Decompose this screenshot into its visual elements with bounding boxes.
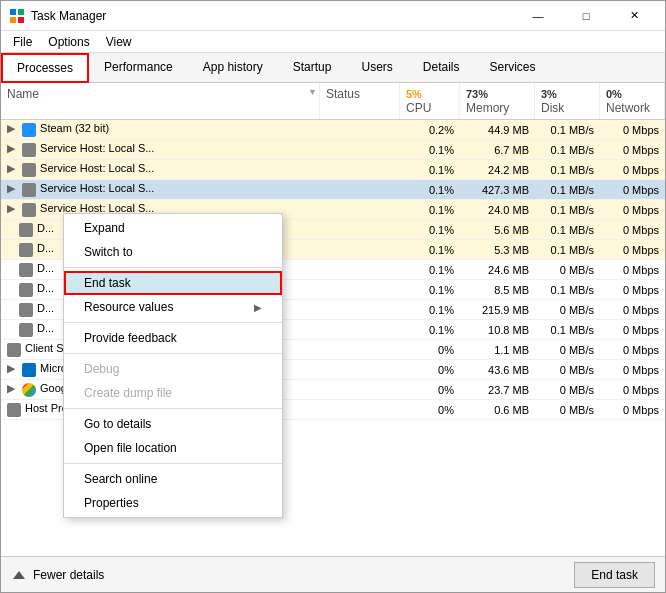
tab-processes[interactable]: Processes (1, 53, 89, 83)
table-header: Name ▼ Status 5%CPU 73%Memory 3%Disk 0%N… (1, 83, 665, 120)
menu-bar: File Options View (1, 31, 665, 53)
content-area: Name ▼ Status 5%CPU 73%Memory 3%Disk 0%N… (1, 83, 665, 556)
process-icon (19, 243, 33, 257)
table-row[interactable]: ▶ Service Host: Local S... 0.1% 24.2 MB … (1, 160, 665, 180)
svg-marker-4 (13, 571, 25, 579)
fewer-details-button[interactable]: Fewer details (11, 567, 104, 583)
ctx-separator (64, 322, 282, 323)
process-disk: 0.1 MB/s (535, 122, 600, 138)
task-manager-window: Task Manager — □ ✕ File Options View Pro… (0, 0, 666, 593)
process-icon (19, 323, 33, 337)
process-memory: 44.9 MB (460, 122, 535, 138)
process-disk: 0.1 MB/s (535, 162, 600, 178)
process-status (320, 128, 400, 132)
expand-arrow[interactable]: ▶ (7, 142, 19, 155)
col-name[interactable]: Name ▼ (1, 83, 320, 119)
process-icon (22, 363, 36, 377)
tab-users[interactable]: Users (346, 53, 407, 83)
process-icon (22, 143, 36, 157)
svg-rect-0 (10, 9, 16, 15)
expand-arrow[interactable]: ▶ (7, 162, 19, 175)
process-icon (19, 303, 33, 317)
process-icon (7, 403, 21, 417)
tab-details[interactable]: Details (408, 53, 475, 83)
process-memory: 24.0 MB (460, 202, 535, 218)
process-network: 0 Mbps (600, 162, 665, 178)
process-memory: 6.7 MB (460, 142, 535, 158)
process-name: ▶ Service Host: Local S... (1, 140, 320, 158)
menu-options[interactable]: Options (40, 33, 97, 51)
process-status (320, 188, 400, 192)
expand-arrow[interactable]: ▶ (7, 362, 19, 375)
process-network: 0 Mbps (600, 122, 665, 138)
process-icon (7, 343, 21, 357)
svg-rect-3 (18, 17, 24, 23)
app-icon (9, 8, 25, 24)
menu-view[interactable]: View (98, 33, 140, 51)
table-row[interactable]: ▶ Steam (32 bit) 0.2% 44.9 MB 0.1 MB/s 0… (1, 120, 665, 140)
process-status (320, 148, 400, 152)
ctx-open-file-location[interactable]: Open file location (64, 436, 282, 460)
ctx-create-dump: Create dump file (64, 381, 282, 405)
col-memory[interactable]: 73%Memory (460, 83, 535, 119)
process-memory: 24.2 MB (460, 162, 535, 178)
process-disk: 0.1 MB/s (535, 182, 600, 198)
process-icon (22, 123, 36, 137)
ctx-end-task[interactable]: End task (64, 271, 282, 295)
process-network: 0 Mbps (600, 142, 665, 158)
ctx-separator (64, 408, 282, 409)
fewer-details-label: Fewer details (33, 568, 104, 582)
expand-arrow[interactable]: ▶ (7, 122, 19, 135)
process-name: ▶ Service Host: Local S... (1, 160, 320, 178)
process-cpu: 0.1% (400, 162, 460, 178)
ctx-expand[interactable]: Expand (64, 216, 282, 240)
process-name: ▶ Service Host: Local S... (1, 180, 320, 198)
col-cpu[interactable]: 5%CPU (400, 83, 460, 119)
process-cpu: 0.1% (400, 182, 460, 198)
svg-rect-2 (10, 17, 16, 23)
process-cpu: 0.1% (400, 142, 460, 158)
bottom-bar: Fewer details End task (1, 556, 665, 592)
expand-arrow[interactable]: ▶ (7, 382, 19, 395)
process-cpu: 0.2% (400, 122, 460, 138)
process-network: 0 Mbps (600, 202, 665, 218)
ctx-separator (64, 463, 282, 464)
table-row[interactable]: ▶ Service Host: Local S... 0.1% 6.7 MB 0… (1, 140, 665, 160)
ctx-separator (64, 267, 282, 268)
ctx-switch-to[interactable]: Switch to (64, 240, 282, 264)
window-controls: — □ ✕ (515, 1, 657, 31)
process-name: ▶ Steam (32 bit) (1, 120, 320, 138)
process-network: 0 Mbps (600, 182, 665, 198)
title-bar: Task Manager — □ ✕ (1, 1, 665, 31)
ctx-provide-feedback[interactable]: Provide feedback (64, 326, 282, 350)
ctx-search-online[interactable]: Search online (64, 467, 282, 491)
close-button[interactable]: ✕ (611, 1, 657, 31)
col-disk[interactable]: 3%Disk (535, 83, 600, 119)
tab-performance[interactable]: Performance (89, 53, 188, 83)
process-status (320, 208, 400, 212)
ctx-resource-values[interactable]: Resource values ▶ (64, 295, 282, 319)
tab-startup[interactable]: Startup (278, 53, 347, 83)
minimize-button[interactable]: — (515, 1, 561, 31)
process-cpu: 0.1% (400, 202, 460, 218)
expand-arrow[interactable]: ▶ (7, 202, 19, 215)
menu-file[interactable]: File (5, 33, 40, 51)
tab-bar: Processes Performance App history Startu… (1, 53, 665, 83)
ctx-separator (64, 353, 282, 354)
process-icon (22, 183, 36, 197)
expand-arrow[interactable]: ▶ (7, 182, 19, 195)
tab-app-history[interactable]: App history (188, 53, 278, 83)
process-icon (19, 283, 33, 297)
table-row[interactable]: ▶ Service Host: Local S... 0.1% 427.3 MB… (1, 180, 665, 200)
svg-rect-1 (18, 9, 24, 15)
end-task-button[interactable]: End task (574, 562, 655, 588)
process-icon (22, 163, 36, 177)
col-network[interactable]: 0%Network (600, 83, 665, 119)
ctx-properties[interactable]: Properties (64, 491, 282, 515)
window-title: Task Manager (31, 9, 515, 23)
process-icon (19, 263, 33, 277)
tab-services[interactable]: Services (475, 53, 551, 83)
col-status[interactable]: Status (320, 83, 400, 119)
maximize-button[interactable]: □ (563, 1, 609, 31)
ctx-go-to-details[interactable]: Go to details (64, 412, 282, 436)
